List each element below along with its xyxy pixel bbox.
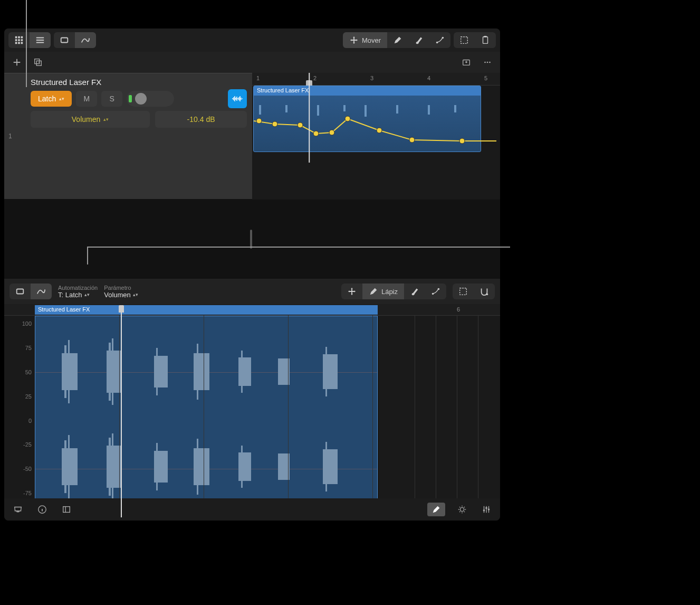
editor-automation-view-button[interactable] [31, 283, 52, 299]
brightness-button[interactable] [455, 505, 469, 514]
arrange-timeline[interactable]: 1 2 3 4 5 Structured Laser FX [252, 73, 500, 200]
automation-point[interactable] [459, 138, 465, 144]
add-icon [12, 58, 22, 67]
move-tool-button[interactable]: Mover [343, 32, 387, 48]
automation-point[interactable] [345, 116, 350, 121]
slider-knob[interactable] [135, 93, 147, 105]
view-mode-group [8, 32, 51, 48]
automation-point[interactable] [377, 128, 382, 133]
inbox-icon [462, 58, 471, 67]
grid-line [372, 316, 373, 517]
svg-rect-12 [17, 289, 24, 294]
axis-tick: 50 [25, 369, 32, 375]
chevron-updown-icon: ▴▾ [133, 294, 138, 296]
automation-mode-label: Latch [38, 94, 56, 103]
region-view-button[interactable] [54, 32, 75, 48]
marquee-icon [458, 287, 468, 296]
add-track-button[interactable] [9, 55, 24, 70]
editor-region[interactable] [35, 316, 378, 517]
pencil-tool-button[interactable] [387, 32, 408, 48]
track-number: 1 [8, 133, 12, 140]
clipboard-icon [481, 35, 490, 45]
automation-point[interactable] [298, 122, 303, 128]
list-view-button[interactable] [30, 32, 51, 48]
editor-move-tool-button[interactable] [341, 283, 362, 299]
display-mode-group [54, 32, 96, 48]
amplitude-axis: 100 75 50 25 0 -25 -50 -75 -100 [4, 316, 35, 517]
editor-curve-tool-button[interactable] [425, 283, 446, 299]
automation-point[interactable] [313, 131, 319, 136]
callout-line-horizontal [87, 247, 510, 248]
brush-icon [414, 35, 424, 45]
parameter-menu[interactable]: Parámetro Volumen ▴▾ [104, 285, 138, 299]
marquee-icon [459, 35, 469, 45]
clipboard-button[interactable] [475, 32, 496, 48]
splitter-area [4, 200, 500, 279]
svg-point-50 [460, 507, 464, 511]
automation-parameter-select[interactable]: Volumen ▴▾ [31, 111, 150, 128]
editor-playhead-marker[interactable] [119, 305, 124, 313]
chevron-updown-icon: ▴▾ [84, 294, 90, 296]
svg-rect-39 [238, 452, 251, 481]
automation-view-button[interactable] [75, 32, 96, 48]
editor-view-group [9, 283, 52, 299]
inbox-button[interactable] [11, 505, 25, 514]
more-options-button[interactable] [480, 55, 495, 70]
grid-line [288, 316, 289, 517]
audio-region[interactable]: Structured Laser FX [253, 86, 481, 152]
svg-rect-45 [323, 449, 338, 484]
audio-editor-area: 100 75 50 25 0 -25 -50 -75 -100 Structur… [4, 316, 500, 517]
editor-toolbar: Automatización T: Latch ▴▾ Parámetro Vol… [4, 279, 500, 304]
automation-lane[interactable] [254, 96, 496, 154]
axis-tick: -75 [23, 490, 32, 496]
inbox-button[interactable] [459, 55, 474, 70]
editor-marquee-button[interactable] [453, 283, 474, 299]
mute-button[interactable]: M [76, 91, 97, 107]
mixer-icon [482, 505, 491, 514]
edit-mode-button[interactable] [427, 503, 445, 516]
grid-line [415, 316, 415, 517]
waveform-canvas[interactable]: Structured Laser FX [35, 316, 500, 517]
volume-slider[interactable] [127, 91, 174, 107]
solo-button[interactable]: S [101, 91, 122, 107]
marquee-button[interactable] [454, 32, 475, 48]
track-type-icon-button[interactable] [228, 89, 247, 108]
automation-point[interactable] [329, 130, 334, 135]
editor-pencil-tool-button[interactable]: Lápiz [362, 283, 404, 299]
parameter-value-label: -10.4 dB [187, 115, 215, 124]
editor-tool-group: Lápiz [341, 283, 446, 299]
svg-rect-25 [112, 338, 113, 405]
ruler-tick: 3 [370, 75, 373, 81]
svg-rect-19 [68, 340, 70, 403]
curve-tool-button[interactable] [429, 32, 450, 48]
svg-rect-38 [241, 351, 243, 393]
automation-point[interactable] [256, 118, 262, 124]
editor-brush-tool-button[interactable] [404, 283, 425, 299]
editor-snap-button[interactable] [474, 283, 495, 299]
panel-toggle-button[interactable] [59, 505, 74, 514]
track-name-label: Structured Laser FX [31, 78, 247, 87]
info-button[interactable] [35, 505, 50, 514]
grid-line [436, 316, 436, 517]
brush-tool-button[interactable] [408, 32, 429, 48]
track-header[interactable]: 1 Structured Laser FX Latch ▴▾ M S [4, 73, 252, 200]
automation-value-display[interactable]: -10.4 dB [155, 111, 247, 128]
mixer-button[interactable] [479, 505, 494, 514]
duplicate-track-button[interactable] [31, 55, 45, 70]
pencil-tool-label: Lápiz [381, 288, 398, 296]
svg-rect-29 [154, 356, 168, 387]
arrange-ruler[interactable]: 1 2 3 4 5 [252, 73, 500, 86]
svg-rect-32 [156, 443, 158, 490]
automation-mode-button[interactable]: Latch ▴▾ [31, 91, 72, 107]
automation-curve-icon [36, 287, 46, 296]
playhead-line [309, 73, 310, 163]
automation-point[interactable] [409, 137, 415, 143]
grid-icon [14, 35, 24, 45]
editor-region-view-button[interactable] [9, 283, 31, 299]
top-toolbar: Mover [4, 29, 500, 52]
automation-mode-menu[interactable]: Automatización T: Latch ▴▾ [58, 285, 98, 299]
editor-region-name: Structured Laser FX [35, 305, 378, 315]
vertical-splitter-handle[interactable] [250, 230, 252, 249]
automation-point[interactable] [272, 121, 277, 127]
pencil-icon [431, 505, 441, 514]
